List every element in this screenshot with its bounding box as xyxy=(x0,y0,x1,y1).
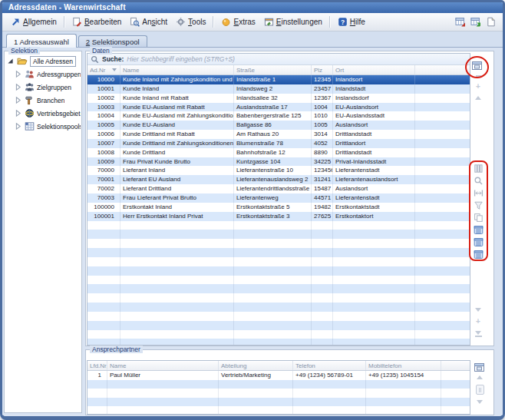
cell-filler xyxy=(415,221,470,230)
cell: 27625 xyxy=(312,212,333,221)
table-row[interactable]: 10009Frau Privat Kunde BruttoKuntzgasse … xyxy=(87,157,470,167)
columns-icon[interactable] xyxy=(474,164,484,174)
cell-filler xyxy=(415,193,470,203)
insert-icon[interactable]: + xyxy=(476,319,480,324)
tree-item-root[interactable]: Alle Adressen xyxy=(5,55,81,68)
tab-1[interactable]: 1 Adressauswahl xyxy=(6,34,77,48)
fit-width-icon[interactable] xyxy=(474,188,484,198)
address-grid: Suche: Ad.NrNameStraßePlzOrt 10000Kunde … xyxy=(87,53,470,346)
tree-item-vertriebsgebiete[interactable]: Vertriebsgebiete xyxy=(5,107,81,120)
menu-item-bearbeiten[interactable]: Bearbeiten xyxy=(68,15,125,28)
scroll-to-end-icon[interactable] xyxy=(475,331,482,337)
cell: Drittlandstadt xyxy=(333,148,415,157)
table-row[interactable]: 1Paul MüllerVertrieb/Marketing+49 (1234)… xyxy=(87,371,470,380)
table-row[interactable]: 70001Lieferant EU AuslandLieferantenausl… xyxy=(87,175,470,184)
menu-item-einstellungen[interactable]: Einstellungen xyxy=(260,15,326,28)
document-new-icon[interactable] xyxy=(486,17,496,27)
column-header-plz[interactable]: Plz xyxy=(312,65,333,74)
tree-item-selektionspools[interactable]: Selektionspools xyxy=(5,120,81,133)
cell: 10009 xyxy=(87,157,120,167)
filter-icon[interactable] xyxy=(474,200,484,210)
copy-icon[interactable] xyxy=(474,213,484,223)
cell-filler xyxy=(415,111,470,121)
cell xyxy=(234,293,312,303)
cell xyxy=(87,266,120,276)
scroll-up-icon[interactable] xyxy=(477,375,483,379)
column-header-abteilung[interactable]: Abteilung xyxy=(219,361,293,370)
chevron-right-icon[interactable] xyxy=(13,96,22,104)
cell xyxy=(312,230,333,239)
help-icon: ? xyxy=(338,17,348,27)
column-header-mobiltelefon[interactable]: Mobiltelefon xyxy=(366,361,441,370)
column-header-telefon[interactable]: Telefon xyxy=(293,361,366,370)
collapse-icon[interactable] xyxy=(476,75,481,77)
scroll-down-icon[interactable] xyxy=(475,308,481,312)
cell xyxy=(312,303,333,312)
column-header-ort[interactable]: Ort xyxy=(333,65,415,74)
tree-item-zielgruppen[interactable]: Zielgruppen xyxy=(5,81,81,94)
cell xyxy=(120,221,234,230)
column-header-filler xyxy=(441,361,470,370)
search-input[interactable] xyxy=(127,55,467,63)
zoom-icon[interactable] xyxy=(474,176,484,186)
table-row[interactable]: 10006Kunde Drittland mit RabattAm Rathau… xyxy=(87,130,470,139)
column-header-name[interactable]: Name xyxy=(107,361,219,370)
view-list-icon-1[interactable] xyxy=(474,225,484,235)
contact-column-chooser-button[interactable] xyxy=(473,362,487,373)
table-row[interactable]: 10003Kunde EU-Ausland mit RabattAuslands… xyxy=(87,103,470,112)
table-import-icon[interactable] xyxy=(470,17,481,27)
cell: 12367 xyxy=(312,94,333,103)
column-header-lfdnr[interactable]: Lfd.Nr. xyxy=(87,361,107,370)
cell: Auslandsort xyxy=(333,121,415,130)
table-row[interactable]: 100001Herr Erstkontakt Inland PrivatErst… xyxy=(87,212,470,221)
tree-expanded-icon[interactable] xyxy=(5,57,15,65)
cell-filler xyxy=(415,121,470,130)
column-chooser-button[interactable] xyxy=(470,60,484,71)
insert-icon[interactable]: + xyxy=(476,84,480,89)
chevron-right-icon[interactable] xyxy=(13,83,22,91)
cell xyxy=(87,398,107,407)
tree-item-label: Alle Adressen xyxy=(30,56,76,67)
cell: EU-Auslandsort xyxy=(333,103,415,112)
menu-item-label: Tools xyxy=(188,18,206,26)
table-row[interactable]: 100000Erstkontakt InlandErstkontaktstraß… xyxy=(87,203,470,212)
tree-item-adressgruppen[interactable]: Adressgruppen xyxy=(5,68,81,81)
table-export-icon[interactable] xyxy=(455,17,466,27)
target-groups-icon xyxy=(25,82,35,92)
cell-filler xyxy=(441,380,470,389)
chevron-right-icon[interactable] xyxy=(13,109,22,117)
column-header-adnr[interactable]: Ad.Nr xyxy=(87,65,120,74)
table-row[interactable]: 10008Kunde DrittlandBahnhofstraße 128890… xyxy=(87,148,470,157)
column-header-name[interactable]: Name xyxy=(120,65,234,74)
view-list-icon-2[interactable] xyxy=(474,237,484,247)
menu-item-extras[interactable]: Extras xyxy=(217,15,259,28)
column-header-label: Lfd.Nr. xyxy=(90,362,107,369)
cell: 44571 xyxy=(312,193,333,203)
chevron-right-icon[interactable] xyxy=(13,122,22,131)
scrollbar-thumb[interactable] xyxy=(476,385,484,395)
table-row[interactable]: 70000Lieferant InlandLieferantenstraße 1… xyxy=(87,166,470,175)
scroll-up-icon[interactable] xyxy=(475,96,481,100)
menu-item-hilfe[interactable]: ?Hilfe xyxy=(334,15,369,28)
table-row[interactable]: 10007Kunde Drittland mit Zahlungskonditi… xyxy=(87,139,470,148)
view-list-icon-3[interactable] xyxy=(474,250,484,260)
address-grid-rows: 10000Kunde Inland mit Zahlungskondition … xyxy=(87,75,470,346)
tab-2[interactable]: 2 Selektionspool xyxy=(78,35,147,47)
menu-item-allgemein[interactable]: Allgemein xyxy=(7,15,61,28)
cell-filler xyxy=(415,212,470,221)
table-row[interactable]: 10004Kunde EU-Ausland mit Zahlungskondit… xyxy=(87,111,470,121)
menu-item-tools[interactable]: Tools xyxy=(172,15,210,28)
table-row[interactable]: 10000Kunde Inland mit Zahlungskondition … xyxy=(87,75,470,84)
menu-item-ansicht[interactable]: Ansicht xyxy=(126,15,171,28)
scroll-down-icon[interactable] xyxy=(477,400,483,404)
column-header-strae[interactable]: Straße xyxy=(234,65,312,74)
table-row[interactable]: 70003Frau Lieferant Privat BruttoLiefera… xyxy=(87,193,470,203)
table-row[interactable]: 10002Kunde Inland mit RabattInlandsallee… xyxy=(87,94,470,103)
cell xyxy=(120,339,234,346)
tree-item-branchen[interactable]: Branchen xyxy=(5,94,81,107)
table-row[interactable]: 10005Kunde EU-AuslandBallgasse 861005Aus… xyxy=(87,121,470,130)
table-row[interactable]: 10001Kunde InlandInlandsweg 223457Inland… xyxy=(87,84,470,94)
table-row[interactable]: 70002Lieferant DrittlandLieferantendritt… xyxy=(87,184,470,193)
chevron-right-icon[interactable] xyxy=(13,70,22,78)
groupbox-selektion-label: Selektion xyxy=(8,47,40,55)
